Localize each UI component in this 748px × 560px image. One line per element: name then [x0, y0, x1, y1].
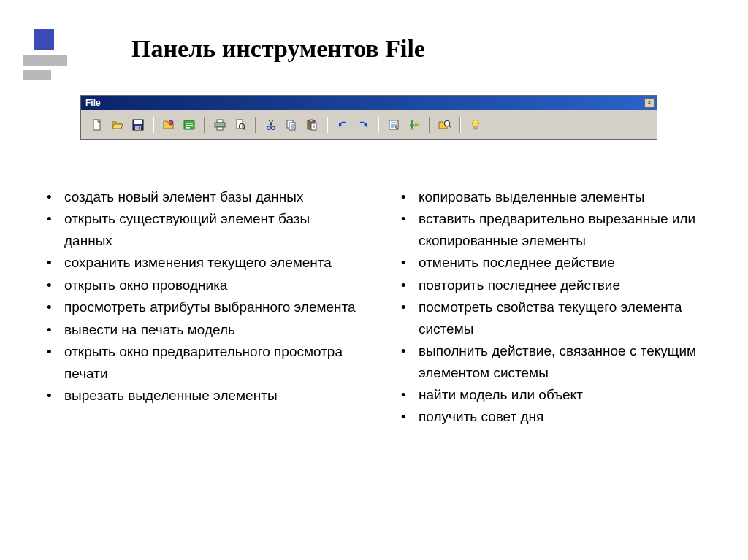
svg-point-23 [267, 126, 271, 130]
svg-rect-11 [186, 123, 193, 124]
svg-point-9 [169, 120, 173, 125]
svg-line-51 [449, 126, 451, 128]
decoration-square [34, 29, 54, 50]
list-item: открыть окно проводника [44, 275, 362, 296]
list-item: копировать выделенные элементы [398, 186, 716, 207]
svg-rect-16 [217, 127, 223, 130]
toolbar-separator [378, 117, 379, 133]
list-item: вывести на печать модель [44, 319, 362, 340]
svg-rect-31 [310, 120, 313, 122]
list-item: посмотреть свойства текущего элемента си… [398, 296, 716, 340]
left-list: создать новый элемент базы данных открыт… [44, 186, 362, 406]
print-preview-button[interactable] [232, 116, 249, 134]
list-item: получить совет дня [398, 406, 716, 427]
list-item: отменить последнее действие [398, 252, 716, 273]
properties-icon [388, 119, 400, 131]
new-button[interactable] [88, 116, 106, 134]
svg-line-22 [270, 120, 273, 126]
list-item: просмотреть атрибуты выбранного элемента [44, 296, 362, 318]
svg-rect-53 [474, 126, 477, 129]
list-item: сохранить изменения текущего элемента [44, 252, 362, 273]
svg-rect-15 [215, 123, 225, 127]
find-icon [438, 119, 451, 131]
paste-button[interactable] [303, 116, 321, 134]
svg-rect-54 [475, 129, 477, 130]
svg-rect-13 [186, 127, 190, 129]
tip-icon [470, 119, 481, 131]
list-item: выполнить действие, связанное с текущим … [398, 340, 716, 383]
list-item: повторить последнее действие [398, 275, 716, 296]
toolbar-titlebar: File × [81, 96, 657, 110]
toolbar-window: File × [80, 95, 657, 140]
save-icon [132, 119, 144, 131]
right-list: копировать выделенные элементы вставить … [398, 186, 716, 428]
list-item: открыть существующий элемент базы данных [44, 208, 362, 251]
properties-button[interactable] [385, 116, 402, 134]
cut-button[interactable] [262, 116, 280, 134]
attributes-icon [183, 119, 195, 131]
undo-button[interactable] [334, 116, 351, 134]
find-button[interactable] [436, 116, 454, 134]
new-icon [91, 119, 103, 131]
svg-rect-5 [134, 120, 142, 124]
svg-marker-48 [415, 123, 419, 127]
attributes-button[interactable] [180, 116, 198, 134]
list-item: вставить предварительно вырезанные или с… [398, 208, 716, 251]
svg-rect-12 [186, 125, 193, 126]
print-preview-icon [234, 119, 246, 131]
toolbar-separator [153, 117, 154, 133]
svg-line-21 [269, 120, 272, 126]
svg-line-47 [412, 126, 413, 130]
close-button[interactable]: × [644, 98, 654, 108]
content-columns: создать новый элемент базы данных открыт… [44, 186, 716, 429]
save-button[interactable] [129, 116, 147, 134]
copy-button[interactable] [283, 116, 300, 134]
svg-point-17 [222, 123, 224, 125]
list-item: найти модель или объект [398, 384, 716, 405]
open-button[interactable] [109, 116, 126, 134]
print-button[interactable] [211, 116, 229, 134]
redo-button[interactable] [354, 116, 372, 134]
run-action-button[interactable] [405, 116, 423, 134]
explorer-button[interactable] [160, 116, 178, 134]
toolbar-separator [459, 117, 461, 133]
list-item: вырезать выделенные элементы [44, 385, 362, 406]
svg-point-52 [473, 120, 479, 127]
toolbar-separator [429, 117, 430, 133]
undo-icon [337, 119, 348, 131]
toolbar-separator [255, 117, 256, 133]
run-action-icon [408, 119, 420, 131]
decoration-bar [23, 55, 67, 66]
decoration-bar [23, 70, 51, 80]
tip-button[interactable] [467, 116, 484, 134]
toolbar-separator [327, 117, 328, 133]
svg-line-20 [244, 129, 246, 131]
toolbar-title: File [85, 98, 101, 108]
list-item: открыть окно предварительного просмотра … [44, 341, 362, 384]
svg-rect-14 [217, 120, 223, 123]
explorer-icon [163, 119, 175, 131]
right-column: копировать выделенные элементы вставить … [398, 186, 716, 429]
svg-rect-7 [139, 127, 140, 129]
cut-icon [265, 119, 277, 131]
svg-point-24 [272, 126, 275, 130]
svg-point-42 [411, 120, 413, 123]
toolbar-separator [204, 117, 205, 133]
page-title: Панель инструментов File [131, 35, 425, 63]
redo-icon [357, 119, 369, 131]
copy-icon [286, 119, 297, 131]
print-icon [214, 119, 226, 131]
list-item: создать новый элемент базы данных [44, 186, 362, 207]
left-column: создать новый элемент базы данных открыт… [44, 186, 362, 429]
paste-icon [306, 119, 318, 131]
svg-marker-3 [112, 124, 123, 129]
toolbar-buttons-row [81, 110, 657, 139]
open-icon [112, 119, 123, 131]
svg-point-50 [445, 121, 450, 126]
